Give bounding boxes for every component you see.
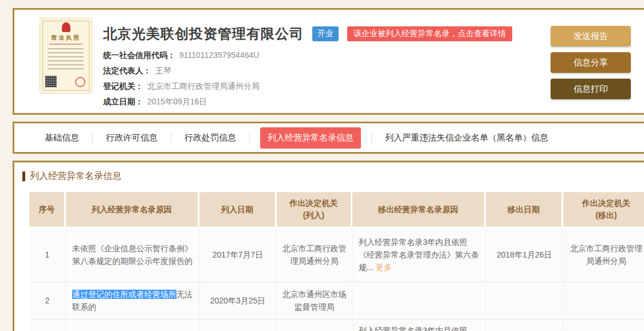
header-list-reason: 列入经营异常名录原因 [66, 192, 199, 228]
qr-code-icon [45, 76, 57, 87]
field-label: 登记机关： [103, 81, 143, 91]
cell-removal-authority [563, 282, 644, 320]
license-title: 营业执照 [51, 34, 81, 42]
field-label: 统一社会信用代码： [103, 50, 175, 60]
tab-divider [371, 133, 372, 143]
tab-admin-license[interactable]: 行政许可信息 [106, 133, 158, 143]
cell-list-reason [66, 320, 199, 331]
cell-list-date: 2020年3月25日 [199, 282, 277, 320]
action-buttons: 发送报告 信息分享 信息打印 [551, 26, 631, 105]
cell-removal-authority [563, 320, 644, 331]
cell-list-date [199, 320, 277, 331]
cell-serial: 2 [29, 282, 66, 320]
cell-removal-date [486, 320, 563, 331]
tab-basic-info[interactable]: 基础信息 [45, 133, 79, 143]
license-text-lines [48, 48, 84, 72]
cell-list-date: 2017年7月7日 [199, 228, 277, 282]
company-info: 北京光美联创投资管理有限公司 开业 该企业被列入经营异常名录，点击查看详情 统一… [103, 25, 512, 113]
header-removal-authority: 作出决定机关(移出) [563, 192, 644, 228]
tab-divider [171, 133, 171, 143]
header-removal-date: 移出日期 [486, 192, 563, 228]
cell-removal-authority: 北京市工商行政管理局通州分局 [563, 228, 644, 282]
cell-removal-date [486, 282, 563, 320]
cell-list-authority: 北京市工商行政管理局通州分局 [277, 228, 352, 282]
status-badge: 开业 [312, 26, 339, 41]
field-label: 法定代表人： [103, 66, 151, 75]
cell-list-reason: 未依照《企业信息公示暂行条例》第八条规定的期限公示年度报告的 [66, 228, 199, 282]
table-row: 列入经营异常名录3年内且依照 [29, 320, 644, 331]
cell-serial [29, 320, 66, 331]
abnormal-list-section: 列入经营异常名录信息 序号 列入经营异常名录原因 列入日期 作出决定机关(列入)… [13, 161, 644, 331]
abnormal-list-table: 序号 列入经营异常名录原因 列入日期 作出决定机关(列入) 移出经营异常名录原因… [29, 192, 644, 331]
license-footer [45, 73, 87, 93]
share-info-button[interactable]: 信息分享 [551, 52, 631, 73]
header-list-date: 列入日期 [199, 192, 277, 228]
tab-bar: 基础信息 行政许可信息 行政处罚信息 列入经营异常名录信息 列入严重违法失信企业… [13, 122, 644, 154]
field-value: 北京市工商行政管理局通州分局 [147, 81, 260, 91]
field-registration-authority: 登记机关：北京市工商行政管理局通州分局 [103, 82, 512, 91]
cell-removal-date: 2018年1月26日 [486, 228, 563, 282]
tab-divider [249, 133, 250, 143]
national-emblem-icon [62, 22, 70, 32]
business-license-thumbnail: 营业执照 [40, 18, 92, 94]
selected-text: 通过登记的住所或者经营场所 [72, 290, 176, 299]
field-value: 王琴 [155, 66, 171, 75]
cell-list-reason: 通过登记的住所或者经营场所无法联系的 [66, 282, 199, 320]
field-value: 2015年09月16日 [147, 97, 207, 106]
field-credit-code: 统一社会信用代码：91110112357954464U [103, 51, 512, 60]
cell-list-authority [277, 320, 352, 331]
tab-divider [92, 133, 93, 143]
field-establish-date: 成立日期：2015年09月16日 [103, 98, 512, 106]
header-removal-reason: 移出经营异常名录原因 [352, 192, 486, 228]
field-label: 成立日期： [103, 97, 143, 106]
cell-removal-reason [352, 282, 486, 320]
table-row: 1 未依照《企业信息公示暂行条例》第八条规定的期限公示年度报告的 2017年7月… [29, 228, 644, 282]
section-title-row: 列入经营异常名录信息 [22, 170, 644, 182]
license-divider [49, 44, 83, 45]
tab-admin-penalty[interactable]: 行政处罚信息 [184, 133, 236, 143]
table-header-row: 序号 列入经营异常名录原因 列入日期 作出决定机关(列入) 移出经营异常名录原因… [29, 192, 644, 228]
header-serial: 序号 [29, 192, 66, 228]
send-report-button[interactable]: 发送报告 [551, 26, 631, 46]
company-title-row: 北京光美联创投资管理有限公司 开业 该企业被列入经营异常名录，点击查看详情 [103, 25, 512, 43]
header-list-authority: 作出决定机关(列入) [277, 192, 352, 228]
field-legal-representative: 法定代表人：王琴 [103, 67, 512, 75]
more-link[interactable]: 更多 [376, 263, 392, 272]
abnormal-alert-banner[interactable]: 该企业被列入经营异常名录，点击查看详情 [347, 26, 512, 41]
cell-serial: 1 [29, 228, 66, 282]
red-seal-icon [75, 77, 85, 87]
cell-removal-reason: 列入经营异常名录3年内且依照 [352, 320, 486, 331]
cell-list-authority: 北京市通州区市场监督管理局 [277, 282, 352, 320]
cell-removal-reason: 列入经营异常名录3年内且依照《经营异常名录管理办法》第六条规...更多 [352, 228, 486, 282]
tab-abnormal-list-active[interactable]: 列入经营异常名录信息 [260, 127, 361, 149]
table-row: 2 通过登记的住所或者经营场所无法联系的 2020年3月25日 北京市通州区市场… [29, 282, 644, 320]
tab-blacklist[interactable]: 列入严重违法失信企业名单（黑名单）信息 [385, 133, 548, 143]
section-title-marker [22, 172, 25, 181]
company-header-card: 营业执照 北京光美联创投资管理有限公司 开业 该企业被列入经营异常名录，点击查看… [13, 8, 644, 115]
company-fields: 统一社会信用代码：91110112357954464U 法定代表人：王琴 登记机… [103, 51, 512, 106]
page: 营业执照 北京光美联创投资管理有限公司 开业 该企业被列入经营异常名录，点击查看… [0, 0, 644, 331]
field-value: 91110112357954464U [179, 50, 259, 60]
print-info-button[interactable]: 信息打印 [551, 79, 631, 99]
company-name: 北京光美联创投资管理有限公司 [103, 25, 304, 43]
section-title: 列入经营异常名录信息 [30, 170, 121, 182]
